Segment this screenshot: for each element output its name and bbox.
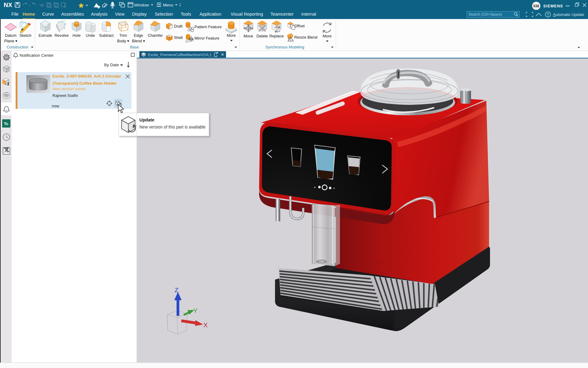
svg-text:Z: Z [175,286,179,293]
svg-text:KM: KM [533,4,539,8]
svg-text:(Transparant) Coffee Bean Hold: (Transparant) Coffee Bean Holder [52,81,117,86]
svg-text:Automatic Update: Automatic Update [553,12,584,17]
svg-text:NX: NX [4,2,12,8]
svg-text:Replace: Replace [270,34,284,38]
svg-text:Extrude: Extrude [39,33,52,38]
svg-text:Notification Center: Notification Center [20,53,54,58]
svg-text:Unite: Unite [86,33,95,38]
svg-text:Revolve: Revolve [55,33,69,38]
svg-text:SIEMENS: SIEMENS [543,4,563,8]
svg-text:Body ▾: Body ▾ [117,39,129,43]
svg-text:Plane ▾: Plane ▾ [4,39,17,43]
svg-text:Y: Y [193,307,198,314]
svg-text:Datum: Datum [5,33,17,38]
svg-text:Mirror Feature: Mirror Feature [194,36,219,40]
svg-text:CAFFE: CAFFE [371,261,380,265]
svg-text:Sketch: Sketch [19,33,31,38]
svg-text:Tc: Tc [4,121,9,126]
svg-text:Rajneet Sodhi: Rajneet Sodhi [52,93,78,98]
svg-text:Subtract: Subtract [99,33,114,38]
svg-text:Move: Move [243,34,253,38]
svg-text:More: More [322,34,331,38]
svg-text:?: ? [547,13,549,17]
svg-text:Shell: Shell [174,35,183,40]
svg-text:Offset: Offset [294,24,305,28]
svg-text:Draft: Draft [174,24,183,29]
svg-text:Menu: Menu [163,3,173,7]
svg-text:now: now [52,104,59,108]
svg-text:More: More [227,33,236,38]
svg-text:Edge: Edge [134,33,143,38]
svg-text:Chamfer: Chamfer [148,33,163,38]
svg-text:Resize Blend: Resize Blend [294,35,317,40]
svg-text:New version saved: New version saved [52,86,85,91]
svg-text:X: X [203,321,208,328]
svg-text:Pattern Feature: Pattern Feature [194,25,222,29]
svg-text:New version of this part is av: New version of this part is available [139,125,206,129]
svg-text:Search (Ctrl+Space): Search (Ctrl+Space) [469,12,502,17]
svg-text:Hole: Hole [73,33,81,38]
svg-text:Delete: Delete [257,34,268,38]
svg-text:Window: Window [134,3,149,7]
svg-text:Blend ▾: Blend ▾ [132,39,145,43]
svg-text:Excite_PremiereCoffeeMachineV2: Excite_PremiereCoffeeMachineV2/A;1 [148,53,212,57]
svg-text:Update: Update [139,117,154,122]
svg-text:By Date: By Date [104,63,119,67]
svg-text:Trim: Trim [119,33,127,38]
svg-text:Excite_3-007-000243_A/A;1-Circ: Excite_3-007-000243_A/A;1-Circular [52,74,121,79]
